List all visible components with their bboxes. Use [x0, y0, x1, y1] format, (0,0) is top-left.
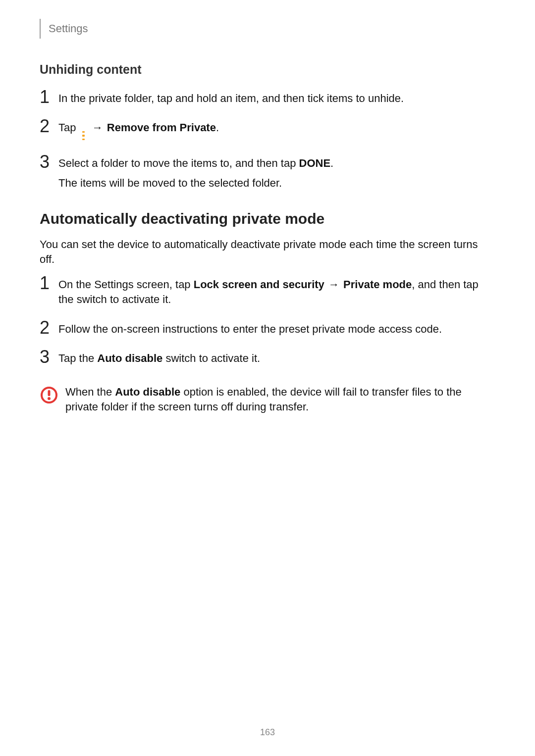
auto-disable-label: Auto disable — [97, 352, 162, 364]
more-options-icon — [80, 130, 87, 141]
step-2: 2 Follow the on-screen instructions to e… — [40, 321, 495, 342]
arrow-icon: → — [91, 121, 107, 134]
arrow-icon: → — [324, 278, 343, 291]
step-number: 2 — [40, 319, 58, 337]
step-text-post: switch to activate it. — [162, 352, 260, 364]
step-number: 1 — [40, 274, 58, 292]
steps-unhiding: 1 In the private folder, tap and hold an… — [40, 90, 495, 196]
setting-private-mode: Private mode — [343, 278, 412, 291]
running-header: Settings — [40, 19, 495, 39]
step-number: 3 — [40, 153, 58, 171]
step-text: On the Settings screen, tap Lock screen … — [58, 277, 495, 306]
step-text-line2: The items will be moved to the selected … — [58, 176, 495, 191]
section-intro: You can set the device to automatically … — [40, 237, 495, 266]
step-body: Tap the Auto disable switch to activate … — [58, 350, 495, 371]
step-1: 1 On the Settings screen, tap Lock scree… — [40, 276, 495, 311]
step-number: 2 — [40, 117, 58, 135]
step-body: On the Settings screen, tap Lock screen … — [58, 276, 495, 311]
step-body: Tap → Remove from Private. — [58, 119, 495, 146]
menu-option-remove: Remove from Private — [107, 121, 216, 134]
caution-text: When the Auto disable option is enabled,… — [62, 385, 495, 414]
step-text-suffix: . — [216, 121, 219, 134]
step-text-post: . — [330, 157, 333, 169]
auto-disable-label: Auto disable — [115, 386, 180, 398]
caution-icon — [40, 385, 62, 404]
page-root: Settings Unhiding content 1 In the priva… — [0, 0, 535, 756]
setting-lockscreen: Lock screen and security — [194, 278, 324, 291]
step-body: Select a folder to move the items to, an… — [58, 155, 495, 195]
step-text: Follow the on-screen instructions to ent… — [58, 322, 495, 337]
step-text: Tap → Remove from Private. — [58, 120, 495, 141]
dot-icon — [82, 135, 85, 136]
dot-icon — [82, 139, 85, 140]
svg-point-2 — [48, 397, 51, 400]
step-text: Tap the Auto disable switch to activate … — [58, 351, 495, 366]
done-label: DONE — [299, 157, 331, 169]
step-body: Follow the on-screen instructions to ent… — [58, 321, 495, 342]
caution-note: When the Auto disable option is enabled,… — [40, 385, 495, 414]
header-label: Settings — [49, 21, 88, 36]
step-text-line1: Select a folder to move the items to, an… — [58, 156, 495, 171]
steps-auto: 1 On the Settings screen, tap Lock scree… — [40, 276, 495, 371]
step-text-prefix: Tap — [58, 121, 79, 134]
svg-rect-1 — [48, 390, 51, 396]
step-1: 1 In the private folder, tap and hold an… — [40, 90, 495, 111]
step-3: 3 Tap the Auto disable switch to activat… — [40, 350, 495, 371]
section-title-auto: Automatically deactivating private mode — [40, 209, 495, 229]
dot-icon — [82, 131, 85, 133]
step-text-pre: Select a folder to move the items to, an… — [58, 157, 299, 169]
page-number: 163 — [0, 726, 535, 738]
step-number: 1 — [40, 88, 58, 106]
step-text: In the private folder, tap and hold an i… — [58, 91, 495, 106]
note-text-pre: When the — [65, 386, 115, 398]
step-text-pre: On the Settings screen, tap — [58, 278, 194, 291]
subheading-unhiding: Unhiding content — [40, 61, 495, 78]
step-2: 2 Tap → Remove from Private. — [40, 119, 495, 146]
step-3: 3 Select a folder to move the items to, … — [40, 155, 495, 195]
step-text-pre: Tap the — [58, 352, 97, 364]
step-body: In the private folder, tap and hold an i… — [58, 90, 495, 111]
header-rule — [40, 19, 41, 39]
step-number: 3 — [40, 348, 58, 366]
